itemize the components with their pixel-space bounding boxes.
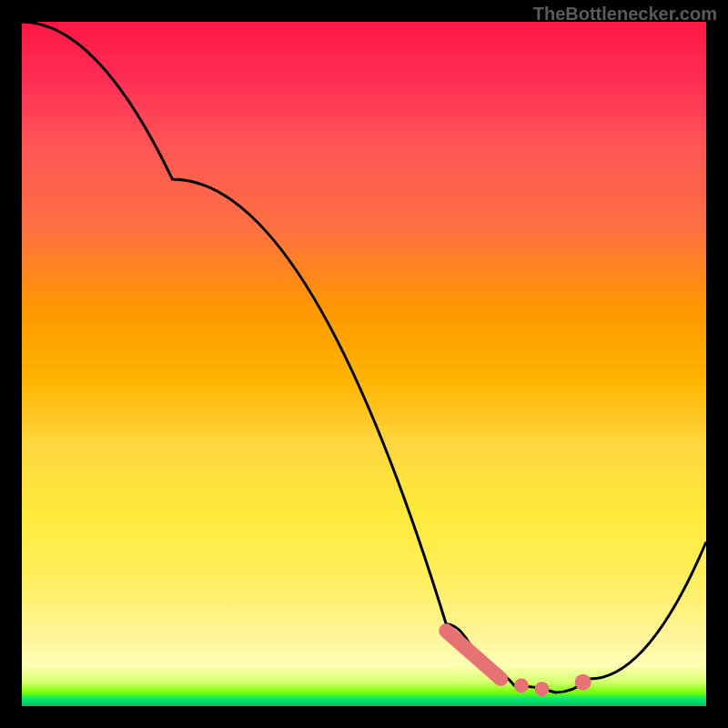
highlight-dot-2: [535, 682, 550, 696]
chart-svg: [22, 22, 706, 706]
bottleneck-curve-line: [22, 22, 706, 693]
attribution-text: TheBottlenecker.com: [533, 4, 717, 25]
highlight-dot-1: [514, 678, 529, 693]
highlight-segment-1: [446, 631, 500, 679]
highlight-dot-3: [575, 674, 592, 691]
chart-plot-area: [22, 22, 706, 706]
